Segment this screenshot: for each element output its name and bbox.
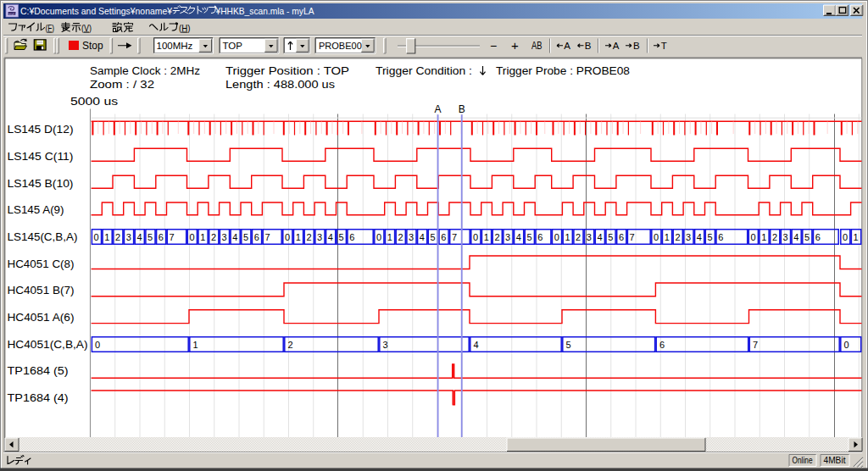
svg-text:100MHz: 100MHz [157, 41, 193, 51]
svg-text:(H): (H) [179, 23, 191, 33]
svg-text:0: 0 [285, 232, 290, 242]
svg-text:2: 2 [288, 340, 293, 350]
svg-text:7: 7 [170, 232, 175, 242]
svg-text:0: 0 [95, 340, 100, 350]
svg-text:+: + [511, 38, 519, 53]
svg-text:4: 4 [420, 232, 425, 242]
svg-text:LS145(C,B,A): LS145(C,B,A) [8, 231, 78, 243]
svg-text:4: 4 [232, 232, 237, 242]
svg-text:TP1684 (4): TP1684 (4) [8, 392, 69, 404]
svg-text:0: 0 [190, 232, 195, 242]
svg-text:HC4051 C(8): HC4051 C(8) [8, 258, 75, 270]
svg-text:1: 1 [761, 232, 766, 242]
svg-text:1: 1 [484, 232, 489, 242]
svg-text:2: 2 [115, 232, 120, 242]
svg-text:LS145 B(10): LS145 B(10) [8, 178, 74, 190]
svg-text:1: 1 [296, 232, 301, 242]
svg-text:5: 5 [431, 232, 436, 242]
svg-text:5: 5 [566, 340, 571, 350]
svg-text:1: 1 [193, 340, 198, 350]
svg-text:1: 1 [665, 232, 670, 242]
svg-text:A: A [564, 41, 570, 51]
svg-text:3: 3 [686, 232, 691, 242]
svg-text:3: 3 [409, 232, 414, 242]
svg-text:7: 7 [264, 232, 270, 242]
svg-text:2: 2 [211, 232, 216, 242]
svg-text:A: A [613, 41, 620, 51]
svg-text:5: 5 [147, 232, 153, 242]
svg-text:myLA: myLA [8, 12, 18, 16]
svg-text:0: 0 [844, 340, 849, 350]
svg-text:(V): (V) [81, 23, 92, 33]
svg-text:Trigger Condition :: Trigger Condition : [376, 65, 472, 77]
svg-text:Trigger Position : TOP: Trigger Position : TOP [225, 65, 349, 77]
svg-text:2: 2 [494, 232, 499, 242]
svg-text:C:¥Documents and Settings¥nona: C:¥Documents and Settings¥noname¥ [20, 6, 173, 16]
svg-text:5000 us: 5000 us [70, 96, 118, 108]
svg-text:LS145 C(11): LS145 C(11) [8, 151, 74, 163]
svg-text:0: 0 [843, 232, 848, 242]
svg-text:7: 7 [753, 340, 758, 350]
svg-text:1: 1 [854, 232, 859, 242]
svg-text:6: 6 [815, 232, 821, 242]
svg-text:2: 2 [772, 232, 777, 242]
svg-text:0: 0 [654, 232, 659, 242]
svg-text:4: 4 [697, 232, 702, 242]
svg-text:B: B [585, 41, 592, 51]
svg-text:AB: AB [531, 40, 542, 52]
svg-text:3: 3 [222, 232, 227, 242]
svg-text:0: 0 [751, 232, 756, 242]
svg-text:1: 1 [387, 232, 392, 242]
svg-text:7: 7 [630, 232, 635, 242]
svg-text:HC4051 A(6): HC4051 A(6) [8, 312, 75, 324]
svg-text:4: 4 [474, 340, 479, 350]
svg-text:0: 0 [554, 232, 559, 242]
svg-text:(F): (F) [46, 23, 55, 33]
svg-text:6: 6 [537, 232, 542, 242]
svg-text:0: 0 [376, 232, 381, 242]
svg-text:T: T [661, 41, 667, 51]
svg-text:1: 1 [200, 232, 205, 242]
svg-text:PROBE00: PROBE00 [319, 41, 362, 51]
svg-text:0: 0 [94, 232, 99, 242]
svg-text:5: 5 [608, 232, 613, 242]
svg-text:5: 5 [708, 232, 713, 242]
svg-text:6: 6 [349, 232, 354, 242]
svg-text:Length : 488.000 us: Length : 488.000 us [225, 79, 335, 91]
svg-text:B: B [633, 41, 640, 51]
svg-text:3: 3 [587, 232, 592, 242]
svg-text:4: 4 [136, 232, 142, 242]
svg-text:−: − [490, 39, 497, 53]
svg-text:6: 6 [659, 340, 665, 350]
svg-text:6: 6 [441, 232, 446, 242]
svg-text:5: 5 [804, 232, 810, 242]
svg-text:Zoom : / 32: Zoom : / 32 [90, 79, 154, 91]
svg-text:2: 2 [576, 232, 581, 242]
svg-text:Stop: Stop [82, 40, 103, 52]
svg-text:3: 3 [126, 232, 131, 242]
svg-text:HC4051(C,B,A): HC4051(C,B,A) [8, 339, 88, 351]
svg-text:Sample Clock : 2MHz: Sample Clock : 2MHz [90, 65, 200, 77]
svg-text:4: 4 [328, 232, 333, 242]
svg-text:2: 2 [398, 232, 403, 242]
svg-text:3: 3 [783, 232, 788, 242]
svg-text:Trigger Probe : PROBE08: Trigger Probe : PROBE08 [496, 65, 630, 77]
svg-text:6: 6 [619, 232, 624, 242]
svg-text:2: 2 [306, 232, 311, 242]
svg-text:6: 6 [254, 232, 259, 242]
svg-text:4: 4 [793, 232, 798, 242]
svg-text:2: 2 [675, 232, 680, 242]
svg-text:TP1684 (5): TP1684 (5) [8, 365, 69, 377]
svg-text:7: 7 [452, 232, 457, 242]
svg-text:4: 4 [598, 232, 603, 242]
svg-text:HC4051 B(7): HC4051 B(7) [8, 285, 75, 296]
svg-text:4: 4 [516, 232, 521, 242]
svg-text:A: A [435, 103, 442, 115]
svg-text:5: 5 [527, 232, 532, 242]
svg-text:4MBit: 4MBit [824, 455, 846, 465]
svg-text:3: 3 [317, 232, 322, 242]
svg-text:B: B [459, 103, 465, 115]
svg-text:Online: Online [793, 455, 813, 465]
svg-text:5: 5 [243, 232, 248, 242]
svg-text:3: 3 [505, 232, 510, 242]
